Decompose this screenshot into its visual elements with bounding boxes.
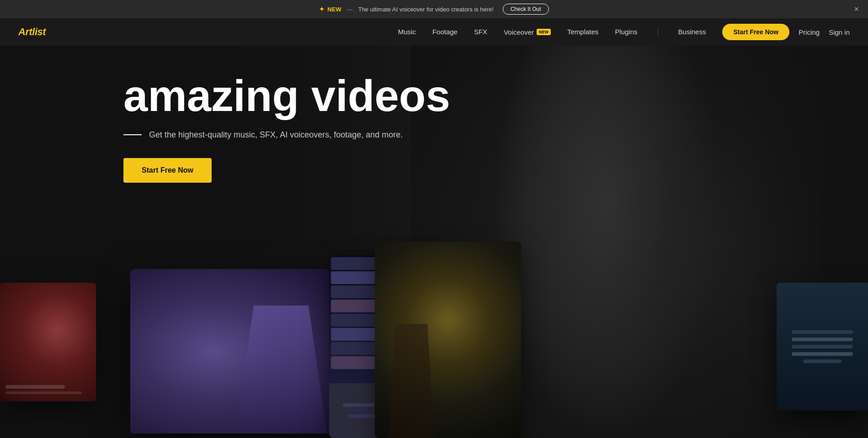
card-main-inner [130, 269, 341, 433]
announcement-dash: — [347, 6, 353, 13]
nav-item-footage[interactable]: Footage [432, 28, 458, 36]
hero-cta-button[interactable]: Start Free Now [123, 158, 212, 183]
close-announcement-button[interactable]: × [854, 5, 859, 13]
scene-figure [389, 324, 434, 438]
star-icon: ✦ [319, 5, 325, 13]
logo[interactable]: Artlist [18, 26, 46, 38]
announcement-text: The ultimate AI voiceover for video crea… [358, 6, 494, 13]
card-main[interactable] [130, 269, 341, 433]
nav-item-templates[interactable]: Templates [567, 28, 598, 36]
nav-item-music[interactable]: Music [398, 28, 416, 36]
hero-section: amazing videos Get the highest-quality m… [0, 46, 868, 438]
card-left-partial[interactable] [0, 283, 96, 401]
announcement-bar: ✦ NEW — The ultimate AI voiceover for vi… [0, 0, 868, 18]
fr-bar-1 [792, 330, 853, 334]
nav-item-sfx[interactable]: SFX [474, 28, 487, 36]
new-label: ✦ NEW [319, 5, 341, 13]
nav-divider [658, 26, 658, 37]
hero-title: amazing videos [123, 73, 471, 119]
far-right-inner [777, 283, 868, 411]
nav-signin-link[interactable]: Sign in [829, 28, 850, 36]
card-right-scene[interactable] [375, 242, 521, 438]
nav-links: Music Footage SFX Voiceover NEW Template… [398, 26, 706, 37]
card-left-partial-inner [0, 283, 96, 401]
card-label-sub-bar [5, 391, 82, 394]
fr-bar-3 [792, 345, 853, 348]
card-right-scene-inner [375, 242, 521, 438]
video-cards-container [0, 264, 868, 438]
nav-right: Start Free Now Pricing Sign in [722, 24, 850, 40]
card-main-figure [235, 306, 327, 433]
check-it-out-button[interactable]: Check It Out [503, 4, 549, 15]
nav-pricing-link[interactable]: Pricing [799, 28, 820, 36]
nav-item-plugins[interactable]: Plugins [615, 28, 637, 36]
card-left-label [5, 385, 91, 394]
voiceover-new-badge: NEW [537, 29, 551, 35]
nav-item-voiceover[interactable]: Voiceover NEW [504, 28, 551, 36]
nav-start-free-button[interactable]: Start Free Now [722, 24, 789, 40]
fr-bar-2 [792, 338, 853, 341]
hero-subtitle-line [123, 134, 142, 135]
nav-item-business[interactable]: Business [678, 28, 706, 36]
main-nav: Artlist Music Footage SFX Voiceover NEW … [0, 18, 868, 46]
card-label-title-bar [5, 385, 65, 389]
fr-bar-5 [803, 359, 841, 363]
hero-subtitle-row: Get the highest-quality music, SFX, AI v… [123, 130, 868, 140]
fr-bar-4 [792, 352, 853, 356]
card-far-right[interactable] [777, 283, 868, 411]
hero-subtitle: Get the highest-quality music, SFX, AI v… [149, 130, 403, 140]
